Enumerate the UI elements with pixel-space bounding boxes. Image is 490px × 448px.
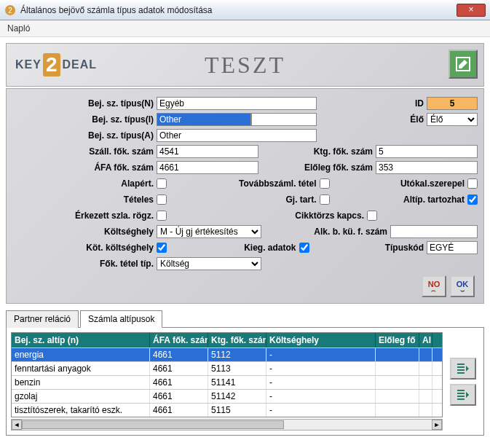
- table-cell: tisztítószerek, takarító eszk.: [12, 404, 150, 417]
- label-elo: Élő: [361, 114, 427, 125]
- check-erkezett[interactable]: [157, 211, 167, 221]
- check-utokal[interactable]: [467, 178, 478, 189]
- check-kieg[interactable]: [299, 243, 309, 253]
- label-id: ID: [361, 98, 427, 109]
- list-arrow-left-icon: [456, 363, 470, 374]
- check-gjtart[interactable]: [320, 194, 330, 205]
- table-row[interactable]: tisztítószerek, takarító eszk.46615115-: [12, 403, 442, 417]
- table-cell: fenntartási anyagok: [12, 362, 150, 375]
- logo-key: KEY: [15, 58, 42, 71]
- close-button[interactable]: ×: [457, 4, 486, 17]
- move-up-button[interactable]: [450, 358, 476, 380]
- input-tipuskod[interactable]: [427, 241, 478, 254]
- input-eloleg[interactable]: [376, 161, 478, 174]
- table-cell: [419, 362, 432, 375]
- input-bej-i[interactable]: [157, 113, 251, 126]
- label-alap: Alapért.: [12, 178, 157, 189]
- col-eloleg[interactable]: Előleg fő: [376, 333, 419, 347]
- table-row[interactable]: fenntartási anyagok46615113-: [12, 361, 442, 375]
- check-teteles[interactable]: [157, 194, 167, 205]
- label-tovabb: Továbbszáml. tétel: [225, 178, 320, 189]
- check-alap[interactable]: [157, 178, 167, 189]
- label-ktg: Ktg. fők. szám: [296, 146, 376, 157]
- edit-button[interactable]: [448, 50, 478, 79]
- app-icon: 2: [4, 4, 16, 16]
- label-koltseghely: Költséghely: [12, 227, 157, 237]
- label-bej-a: Bej. sz. típus(A): [12, 130, 157, 141]
- svg-text:2: 2: [8, 7, 12, 15]
- table-cell: energia: [12, 348, 150, 361]
- col-afa[interactable]: ÁFA fők. szán: [150, 333, 208, 347]
- table-cell: 5112: [208, 348, 266, 361]
- teszt-label: TESZT: [205, 52, 285, 79]
- list-arrow-right-icon: [456, 389, 470, 401]
- logo: KEY 2 DEAL: [15, 53, 97, 76]
- grid-header: Bej. sz. altíp (n) ÁFA fők. szán Ktg. fő…: [12, 333, 442, 347]
- select-koltseghely[interactable]: M - Új gj értékesítés: [157, 225, 261, 238]
- col-koltseghely[interactable]: Költséghely: [266, 333, 376, 347]
- table-cell: -: [266, 404, 376, 417]
- select-fok-tetel[interactable]: Költség: [157, 257, 261, 270]
- scroll-thumb[interactable]: [22, 420, 284, 429]
- input-bej-i-2[interactable]: [251, 113, 317, 126]
- label-bej-i: Bej. sz. típus(I): [12, 114, 157, 125]
- check-kot-kolt[interactable]: [157, 243, 167, 253]
- table-cell: 51142: [208, 390, 266, 403]
- titlebar: 2 Általános bejövő számla típus adatok m…: [0, 0, 490, 20]
- table-cell: -: [266, 390, 376, 403]
- grid[interactable]: Bej. sz. altíp (n) ÁFA fők. szán Ktg. fő…: [11, 332, 443, 417]
- table-row[interactable]: benzin466151141-: [12, 375, 442, 389]
- table-cell: 4661: [150, 404, 208, 417]
- input-alkbku[interactable]: [390, 225, 478, 238]
- table-cell: gzolaj: [12, 390, 150, 403]
- input-bej-n[interactable]: [157, 97, 317, 110]
- table-cell: 4661: [150, 376, 208, 389]
- input-id[interactable]: [427, 97, 478, 110]
- label-utokal: Utókal.szerepel: [387, 178, 467, 189]
- col-bej-altip[interactable]: Bej. sz. altíp (n): [12, 333, 150, 347]
- table-cell: [419, 348, 432, 361]
- move-down-button[interactable]: [450, 384, 476, 406]
- tab-szamla-altipusok[interactable]: Számla altípusok: [80, 310, 162, 328]
- table-cell: [419, 404, 432, 417]
- input-bej-a[interactable]: [157, 129, 317, 142]
- check-cikk[interactable]: [367, 211, 377, 221]
- table-cell: 4661: [150, 362, 208, 375]
- label-bej-n: Bej. sz. típus(N): [12, 98, 157, 109]
- label-teteles: Tételes: [12, 194, 157, 205]
- scroll-right-button[interactable]: ►: [432, 420, 442, 430]
- label-altip: Altíp. tartozhat: [387, 194, 467, 205]
- select-elo[interactable]: Élő: [427, 113, 478, 126]
- table-row[interactable]: energia46615112-: [12, 347, 442, 361]
- table-cell: [419, 376, 432, 389]
- table-row[interactable]: gzolaj466151142-: [12, 389, 442, 403]
- label-tipuskod: Típuskód: [376, 243, 427, 253]
- col-al[interactable]: Al: [419, 333, 432, 347]
- table-cell: 5113: [208, 362, 266, 375]
- label-gjtart: Gj. tart.: [225, 194, 320, 205]
- horizontal-scrollbar[interactable]: ◄ ►: [11, 419, 443, 431]
- tabs: Partner reláció Számla altípusok: [6, 310, 484, 328]
- label-kieg: Kieg. adatok: [234, 243, 299, 253]
- menu-naplo[interactable]: Napló: [4, 22, 33, 35]
- table-cell: -: [266, 376, 376, 389]
- menubar: Napló: [0, 20, 490, 37]
- table-cell: [376, 348, 419, 361]
- table-cell: 4661: [150, 390, 208, 403]
- label-alkbku: Alk. b. kü. f. szám: [296, 227, 390, 237]
- check-altip[interactable]: [467, 194, 478, 205]
- label-kot-kolt: Köt. költséghely: [12, 243, 157, 253]
- input-afa[interactable]: [157, 161, 258, 174]
- input-ktg[interactable]: [376, 145, 478, 158]
- table-cell: 51141: [208, 376, 266, 389]
- window-title: Általános bejövő számla típus adatok mód…: [20, 5, 457, 15]
- check-tovabb[interactable]: [320, 178, 330, 189]
- table-cell: 4661: [150, 348, 208, 361]
- col-ktg[interactable]: Ktg. fők. szán: [208, 333, 266, 347]
- no-button[interactable]: NO⌢: [422, 275, 446, 297]
- input-szall[interactable]: [157, 145, 258, 158]
- tab-partner-relacio[interactable]: Partner reláció: [6, 310, 79, 328]
- scroll-left-button[interactable]: ◄: [12, 420, 22, 430]
- table-cell: [376, 362, 419, 375]
- ok-button[interactable]: OK⌣: [450, 275, 475, 297]
